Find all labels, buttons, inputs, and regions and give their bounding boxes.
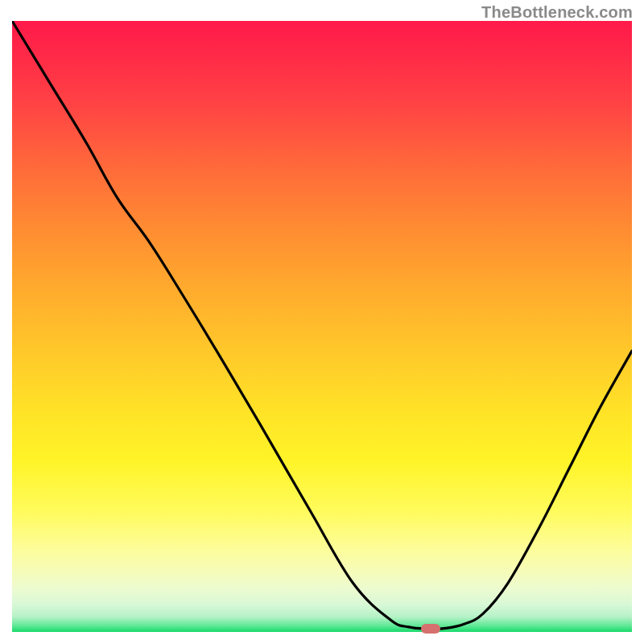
plot-area: [12, 21, 632, 632]
chart-container: TheBottleneck.com: [0, 0, 644, 644]
curve-svg: [12, 21, 632, 632]
bottleneck-curve-path: [12, 21, 632, 629]
watermark-text: TheBottleneck.com: [481, 3, 633, 22]
optimum-marker: [421, 624, 440, 634]
